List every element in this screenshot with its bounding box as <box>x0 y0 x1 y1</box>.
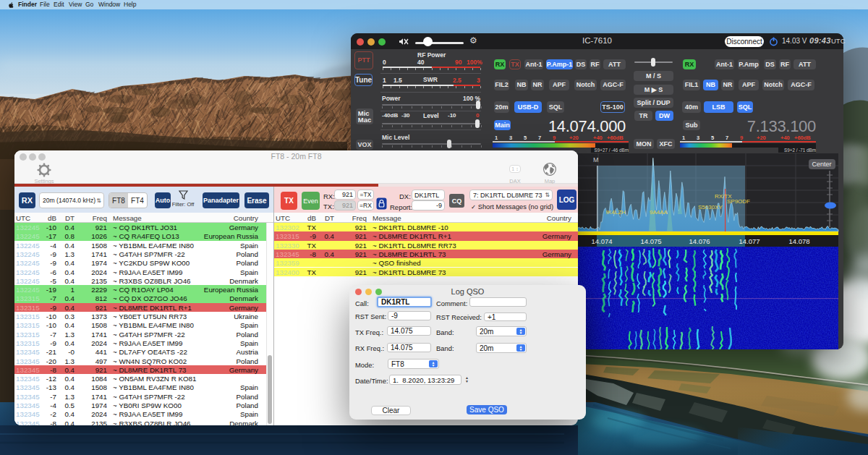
svg-text:IK4LZH: IK4LZH <box>606 209 626 216</box>
svg-text:Center: Center <box>812 161 831 168</box>
svg-text:14.078: 14.078 <box>788 237 809 245</box>
svg-text:14.075: 14.075 <box>640 237 661 245</box>
svg-text:14.076: 14.076 <box>689 237 710 245</box>
svg-text:M: M <box>593 156 599 163</box>
svg-text:14.074: 14.074 <box>591 237 612 245</box>
svg-text:9A4AA: 9A4AA <box>650 209 668 216</box>
svg-text:14.077: 14.077 <box>739 237 760 245</box>
svg-text:SP9ODF: SP9ODF <box>727 198 750 205</box>
svg-text:S5030XY: S5030XY <box>698 204 723 211</box>
